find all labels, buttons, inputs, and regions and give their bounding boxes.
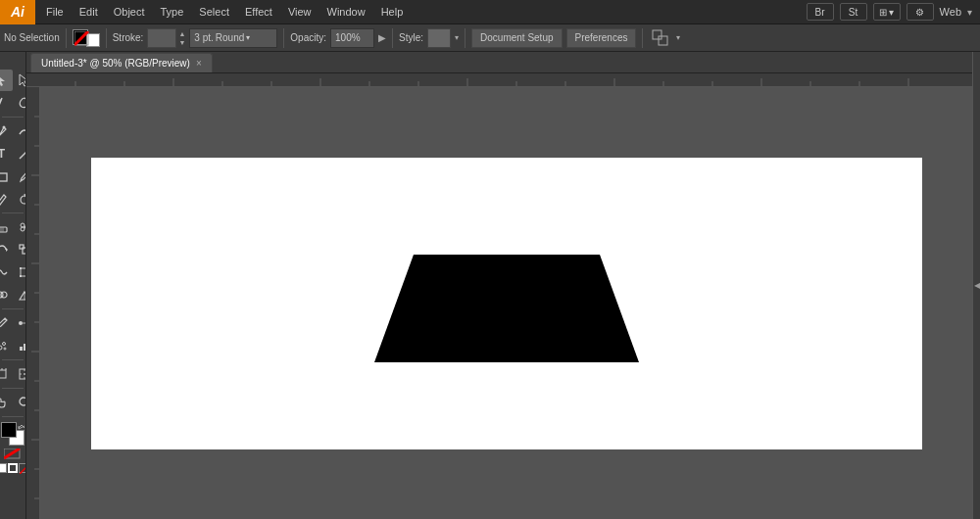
direct-select-tool-btn[interactable] [14,70,27,91]
type-btn[interactable]: T [0,143,13,165]
blend-btn[interactable] [14,312,27,334]
magic-wand-btn[interactable] [0,92,13,114]
color-area [0,422,26,473]
sep5 [465,28,466,48]
stroke-weight-input[interactable] [147,28,176,48]
zoom-btn[interactable] [14,392,27,413]
opacity-dropdown[interactable]: 100% [330,28,374,48]
opacity-more-arrow[interactable]: ▶ [378,32,386,43]
trapezoid-shape[interactable] [374,255,639,372]
fill-color-swatch[interactable] [1,422,17,438]
svg-point-17 [21,223,24,227]
canvas-area[interactable] [26,73,972,519]
grid-icon[interactable]: ⊞ ▾ [873,3,901,21]
svg-rect-53 [26,73,972,87]
pencil-btn[interactable] [0,188,13,210]
style-arrow[interactable]: ▾ [455,33,459,42]
free-transform-btn[interactable] [14,261,27,283]
document-tab[interactable]: Untitled-3* @ 50% (RGB/Preview) × [30,53,213,72]
stroke-up-arrow[interactable]: ▲ [178,29,185,38]
shape-builder-btn[interactable] [0,284,13,306]
collapse-bar[interactable]: ◀ [972,52,980,519]
stroke-mode-btn[interactable] [8,463,18,473]
tab-close-btn[interactable]: × [196,58,202,69]
eraser-icon [0,220,9,234]
menu-file[interactable]: File [39,4,71,20]
settings-icon[interactable]: ⚙ [906,3,934,21]
rect-btn[interactable] [0,165,13,187]
paintbrush-btn[interactable] [14,165,27,187]
fill-stroke-swatches[interactable] [73,28,100,48]
arrange-icon[interactable] [649,28,672,48]
curvature-btn[interactable] [14,120,27,142]
svg-marker-19 [6,248,8,252]
pen-btn[interactable] [0,120,13,142]
tool-row-7 [0,216,26,238]
tool-row-10 [0,284,26,306]
menu-help[interactable]: Help [374,4,411,20]
hand-btn[interactable] [0,392,13,413]
web-arrow[interactable]: ▾ [967,7,972,18]
scale-btn[interactable] [14,239,27,260]
svg-rect-3 [659,36,667,45]
bridge-icon[interactable]: Br [807,3,834,21]
scissors-btn[interactable] [14,216,27,238]
lasso-btn[interactable] [14,92,27,114]
stroke-cap-dropdown[interactable]: 3 pt. Round ▾ [189,28,277,48]
column-graph-btn[interactable] [14,335,27,356]
rotate-btn[interactable] [0,239,13,260]
menu-bar: Ai File Edit Object Type Select Effect V… [0,0,980,24]
blob-btn[interactable] [14,188,27,210]
slice-btn[interactable] [14,363,27,385]
stroke-label: Stroke: [113,32,144,43]
arrange-chevron[interactable]: ▾ [676,33,680,42]
menu-object[interactable]: Object [107,4,152,20]
svg-point-32 [19,321,23,325]
shape-builder-icon [0,288,9,302]
warp-btn[interactable] [0,261,13,283]
stroke-arrows[interactable]: ▲ ▼ [178,29,185,47]
selection-tool-btn[interactable] [0,70,13,91]
menu-effect[interactable]: Effect [238,4,279,20]
preferences-button[interactable]: Preferences [566,28,637,48]
stock-icon[interactable]: St [840,3,867,21]
tool-sep-6 [2,416,24,417]
perspective-btn[interactable] [14,284,27,306]
sep4 [392,28,393,48]
fill-stroke-pair[interactable] [1,422,24,446]
svg-point-28 [1,292,7,298]
menu-view[interactable]: View [281,4,318,20]
artboard-btn[interactable] [0,363,13,385]
type-icon: T [0,147,5,161]
fill-mode-btn[interactable] [0,463,7,473]
none-mode-btn[interactable] [19,463,26,473]
menu-window[interactable]: Window [320,4,372,20]
svg-point-48 [20,398,27,405]
swap-icon[interactable] [17,421,26,431]
stroke-down-arrow[interactable]: ▼ [178,38,185,47]
blob-icon [18,192,27,206]
stroke-color-indicator[interactable] [4,448,22,460]
tool-sep-2 [2,212,24,213]
document-setup-button[interactable]: Document Setup [471,28,563,48]
style-label: Style: [399,32,423,43]
tool-row-3 [0,120,26,142]
selection-label: No Selection [4,32,60,43]
ruler-vertical [26,87,40,519]
menu-edit[interactable]: Edit [73,4,105,20]
collapse-arrow: ◀ [974,281,980,290]
svg-rect-2 [653,30,662,39]
line-btn[interactable] [14,143,27,165]
menu-select[interactable]: Select [192,4,236,20]
tool-row-2 [0,92,26,114]
symbol-btn[interactable] [0,335,13,356]
scissors-icon [18,220,27,234]
eyedropper-btn[interactable] [0,312,13,334]
tool-row-11 [0,312,26,334]
svg-marker-5 [20,74,27,86]
menu-type[interactable]: Type [154,4,191,20]
fill-mode-buttons [0,463,26,473]
eraser-btn[interactable] [0,216,13,238]
style-swatch[interactable] [427,28,451,48]
line-icon [18,147,27,161]
